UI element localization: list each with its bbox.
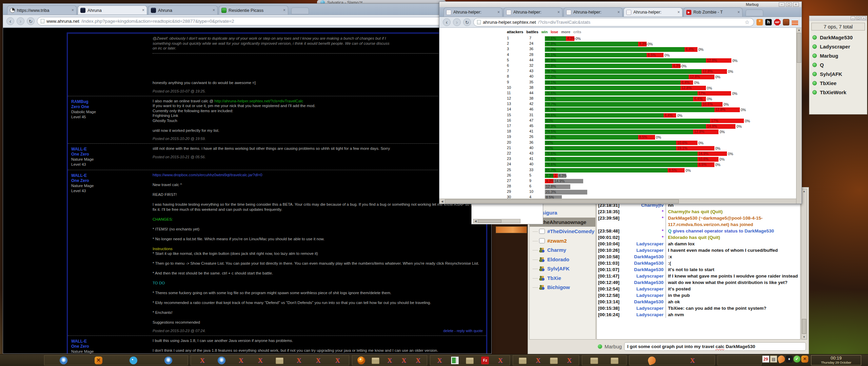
tab-close-icon[interactable]: × [736,10,740,15]
chromium-icon[interactable] [164,357,172,364]
close-button[interactable] [793,2,799,7]
horizontal-scrollbar[interactable]: ◀ [439,199,796,204]
reload-button[interactable] [27,17,35,25]
xterm-icon[interactable]: X [566,357,573,364]
xterm-icon[interactable]: X [436,357,443,364]
panel-scrollbar[interactable]: ◀ [473,219,520,223]
message-input[interactable]: I got some cool graph put into my travel… [624,342,806,351]
minimize-button[interactable] [779,2,785,7]
vertical-scrollbar[interactable]: ▲ [796,28,802,204]
new-tab-button[interactable] [291,7,309,14]
back-button[interactable] [443,18,451,26]
folder-icon[interactable] [466,358,474,364]
query-item-charmy[interactable]: Charmy [530,245,595,255]
nick-list-item[interactable]: TbXieWork [809,88,867,97]
xterm-icon[interactable]: X [689,357,696,364]
xchat-icon[interactable]: ✕ [95,357,102,364]
notes-tray-icon[interactable]: ▤ [770,355,777,363]
query-item-bichigow[interactable]: Bichigow [530,283,595,292]
irc-scrollbar[interactable]: ▲ ▼ [801,189,807,340]
bell-tray-icon[interactable]: ♦ [786,355,793,363]
stats-tab-1[interactable]: Ahruna-helper:× [504,7,563,17]
scroll-up-icon[interactable]: ▲ [796,28,802,33]
xterm-icon[interactable]: X [198,357,206,364]
stats-tab-3[interactable]: Ahruna-helper:× [624,7,683,17]
folder-icon[interactable] [611,358,618,364]
xterm-icon[interactable]: X [256,357,264,364]
channel-item-zwam2[interactable]: #zwam2 [530,236,595,246]
nick-list-item[interactable]: DarkMage530 [809,33,867,42]
tv-extension-icon[interactable] [783,19,789,25]
author-name[interactable]: WALL-E [71,147,153,152]
adblock-icon[interactable]: ABP [774,19,781,25]
author-name[interactable]: WALL-E [71,173,153,178]
filezilla-icon[interactable]: Fz [481,357,489,364]
forum-tab-1[interactable]: Ahruna× [78,5,147,15]
address-bar[interactable]: www.ahruna.net/index.php?page=kingdom&ac… [37,17,488,25]
query-item-sylvafk[interactable]: Sylv|AFK [530,264,595,273]
post-link[interactable]: https://www.dropbox.com/s/ercuhhz0wtmi9q… [153,173,262,177]
firefox-icon[interactable] [357,357,365,364]
nick-list-item[interactable]: Ladyscraper [809,42,867,51]
tab-close-icon[interactable]: × [140,8,144,13]
window-titlebar[interactable] [809,16,867,21]
query-item-tbxie[interactable]: TbXie [530,273,595,283]
minimize-button[interactable] [851,16,855,20]
chromium-icon[interactable] [218,357,225,364]
post-link[interactable]: http://ahruna-helper.sephtex.net/?cls=di… [214,99,303,103]
xterm-icon[interactable]: X [334,357,341,364]
reload-button[interactable] [463,18,471,26]
xterm-icon[interactable]: X [400,357,408,364]
xchat-tray-icon[interactable]: ✕ [801,355,808,363]
tab-close-icon[interactable]: × [676,10,680,15]
author-clan[interactable]: Zero One [71,104,153,109]
scroll-left-icon[interactable]: ◀ [439,199,445,204]
tab-close-icon[interactable]: × [556,10,560,15]
tab-close-icon[interactable]: × [70,8,74,13]
folder-icon[interactable] [519,358,527,364]
forum-tab-2[interactable]: Ahruna× [148,5,218,15]
post-actions[interactable]: delete - reply with quote [443,329,483,333]
hola-extension-icon[interactable]: h [765,19,772,25]
author-clan[interactable]: One Zero [71,344,153,349]
xterm-icon[interactable]: X [386,357,394,364]
scrollbar-thumb[interactable] [478,220,501,223]
back-button[interactable] [6,17,14,25]
orange-tray-icon[interactable] [777,354,786,364]
chromium-icon[interactable] [60,357,67,364]
stats-tab-0[interactable]: Ahruna-helper:× [443,7,502,17]
xterm-icon[interactable]: X [295,357,303,364]
scroll-up-icon[interactable]: ▲ [802,189,807,194]
new-tab-button[interactable] [746,9,763,16]
folder-icon[interactable] [276,358,283,364]
nick-list-item[interactable]: TbXiee [809,79,867,88]
xterm-icon[interactable]: X [237,357,245,364]
folder-icon[interactable] [550,358,558,364]
clock[interactable]: 00:19 Thursday 29 October [811,355,861,365]
stats-tab-4[interactable]: ▶Rob Zombie - T× [684,7,743,17]
forward-button[interactable] [453,18,461,26]
nick-list-item[interactable]: Q [809,60,867,69]
xterm-icon[interactable]: X [314,357,322,364]
tab-close-icon[interactable]: × [211,8,215,13]
tab-close-icon[interactable]: × [281,8,285,13]
xterm-icon[interactable]: X [496,357,504,364]
extension-person-icon[interactable] [756,19,763,25]
query-item-eldorado[interactable]: Eldorado [530,255,595,264]
folder-icon[interactable] [372,358,379,364]
scroll-down-icon[interactable]: ▼ [802,335,807,339]
scrollbar-thumb[interactable] [802,319,806,334]
folder-icon[interactable] [590,358,598,364]
nick-list-item[interactable]: Sylv|AFK [809,69,867,79]
orange-icon[interactable] [647,355,656,365]
author-clan[interactable]: One Zero [71,178,153,183]
channel-item-thedivinecomedy[interactable]: #TheDivineComedy [530,227,595,236]
scrollbar-thumb[interactable] [797,33,801,63]
check-tray-icon[interactable]: ✓ [793,355,801,363]
author-clan[interactable]: One Zero [71,152,153,157]
author-name[interactable]: RAMBug [71,99,153,104]
tab-close-icon[interactable]: × [616,10,620,15]
xterm-icon[interactable]: X [414,357,422,364]
bookmark-star-icon[interactable]: ☆ [744,19,750,25]
maximize-button[interactable] [786,2,792,7]
